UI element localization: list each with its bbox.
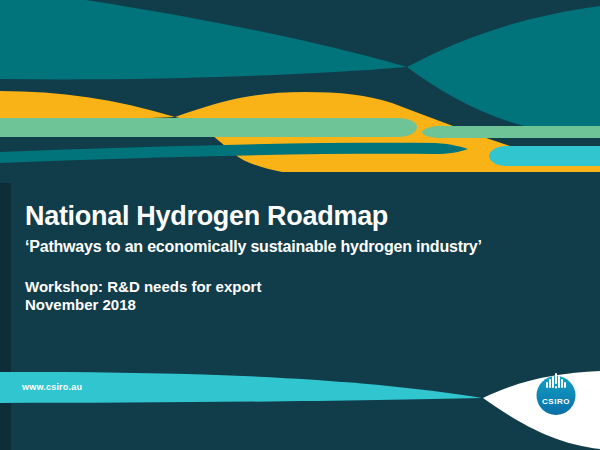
- logo-wordmark: CSIRO: [542, 397, 570, 406]
- mint-band-left: [0, 118, 417, 137]
- banner-graphic: [0, 0, 600, 185]
- slide-title: National Hydrogen Roadmap: [25, 201, 388, 232]
- csiro-url: www.csiro.au: [22, 382, 82, 392]
- workshop-line: Workshop: R&D needs for export: [25, 278, 261, 295]
- slide-root: National Hydrogen Roadmap ‘Pathways to a…: [0, 0, 600, 450]
- footer-graphic: CSIRO: [0, 370, 600, 450]
- slide-subtitle: ‘Pathways to an economically sustainable…: [25, 238, 482, 256]
- cyan-capsule: [489, 146, 600, 166]
- date-line: November 2018: [25, 296, 136, 313]
- mint-band-right: [422, 126, 600, 138]
